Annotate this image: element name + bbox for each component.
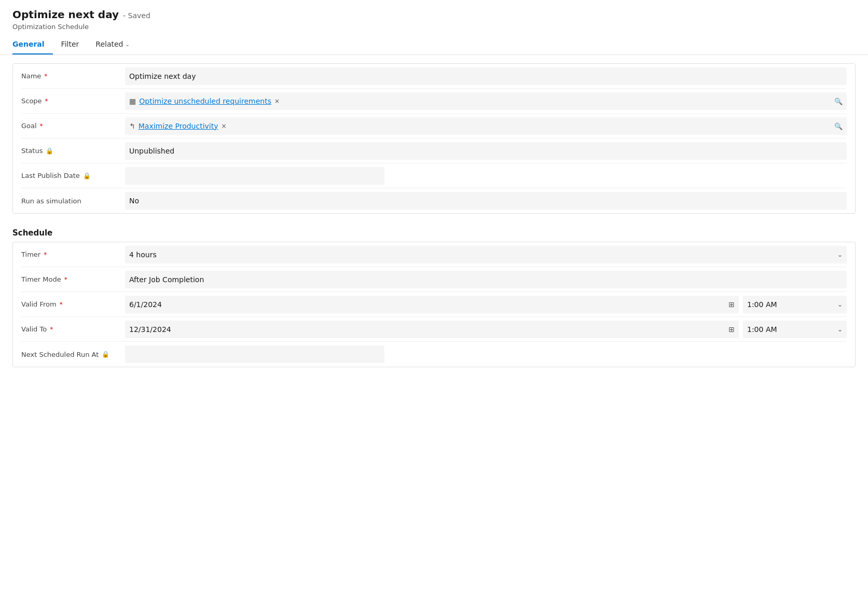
goal-search-icon[interactable]: 🔍 — [834, 122, 843, 130]
timer-dropdown-icon[interactable]: ⌄ — [837, 251, 843, 258]
scope-record-icon: ▦ — [129, 97, 136, 105]
status-text: Unpublished — [129, 147, 174, 155]
field-scope-label: Scope * — [21, 93, 125, 109]
next-run-lock-icon: 🔒 — [102, 351, 109, 358]
general-fields-section: Name * Optimize next day Scope * ▦ Optim… — [12, 63, 856, 214]
tab-filter[interactable]: Filter — [53, 36, 88, 54]
field-valid-to-row: Valid To * 12/31/2024 ⊞ 1:00 AM ⌄ — [21, 317, 847, 342]
field-simulation-row: Run as simulation No — [21, 188, 847, 213]
scope-required-star: * — [45, 98, 48, 105]
schedule-section-title: Schedule — [12, 222, 856, 242]
valid-from-time-field[interactable]: 1:00 AM ⌄ — [743, 296, 847, 313]
timer-mode-text: After Job Completion — [129, 275, 204, 284]
last-publish-lock-icon: 🔒 — [83, 172, 91, 179]
scope-search-icon[interactable]: 🔍 — [834, 97, 843, 105]
page-title: Optimize next day — [12, 8, 119, 21]
scope-link[interactable]: Optimize unscheduled requirements — [139, 97, 271, 105]
field-next-run-label: Next Scheduled Run At 🔒 — [21, 346, 125, 363]
field-goal-label: Goal * — [21, 118, 125, 134]
scope-remove-button[interactable]: × — [274, 98, 280, 105]
field-last-publish-label: Last Publish Date 🔒 — [21, 168, 125, 184]
field-name-value[interactable]: Optimize next day — [125, 67, 847, 85]
tab-bar: General Filter Related ⌄ — [12, 36, 856, 54]
field-last-publish-row: Last Publish Date 🔒 — [21, 163, 847, 188]
field-status-row: Status 🔒 Unpublished — [21, 138, 847, 163]
valid-to-date-time: 12/31/2024 ⊞ 1:00 AM ⌄ — [125, 321, 847, 338]
valid-to-required-star: * — [50, 326, 53, 333]
goal-remove-button[interactable]: × — [222, 122, 227, 130]
timer-mode-required-star: * — [64, 276, 67, 283]
field-status-label: Status 🔒 — [21, 143, 125, 159]
goal-link[interactable]: Maximize Productivity — [139, 122, 218, 130]
field-goal-row: Goal * ↰ Maximize Productivity × 🔍 — [21, 114, 847, 138]
main-content: Name * Optimize next day Scope * ▦ Optim… — [0, 55, 868, 384]
field-valid-to-label: Valid To * — [21, 321, 125, 337]
schedule-fields-section: Timer * 4 hours ⌄ Timer Mode * After Job… — [12, 242, 856, 367]
timer-text: 4 hours — [129, 251, 157, 259]
schedule-section: Schedule Timer * 4 hours ⌄ Timer Mode * — [12, 222, 856, 367]
valid-from-date-time: 6/1/2024 ⊞ 1:00 AM ⌄ — [125, 296, 847, 313]
goal-required-star: * — [40, 122, 43, 130]
field-simulation-label: Run as simulation — [21, 193, 125, 209]
valid-to-time-field[interactable]: 1:00 AM ⌄ — [743, 321, 847, 338]
field-valid-from-label: Valid From * — [21, 296, 125, 312]
simulation-text: No — [129, 197, 139, 205]
page-subtitle: Optimization Schedule — [12, 23, 856, 31]
field-timer-label: Timer * — [21, 246, 125, 262]
saved-indicator: - Saved — [123, 11, 150, 20]
valid-from-date-field[interactable]: 6/1/2024 ⊞ — [125, 296, 739, 313]
field-name-row: Name * Optimize next day — [21, 64, 847, 89]
related-chevron-icon: ⌄ — [125, 41, 129, 47]
field-simulation-value[interactable]: No — [125, 192, 847, 210]
valid-from-calendar-icon[interactable]: ⊞ — [728, 300, 735, 309]
valid-to-date-text: 12/31/2024 — [129, 325, 171, 334]
field-goal-value[interactable]: ↰ Maximize Productivity × 🔍 — [125, 117, 847, 135]
valid-to-time-dropdown-icon[interactable]: ⌄ — [837, 326, 843, 333]
tab-related[interactable]: Related ⌄ — [87, 36, 138, 54]
field-next-run-value — [125, 345, 384, 363]
status-lock-icon: 🔒 — [46, 147, 53, 155]
goal-record-icon: ↰ — [129, 122, 135, 130]
valid-from-time-text: 1:00 AM — [747, 300, 777, 309]
name-text: Optimize next day — [129, 72, 196, 80]
field-timer-mode-value[interactable]: After Job Completion — [125, 271, 847, 288]
timer-required-star: * — [44, 251, 47, 258]
page-header: Optimize next day - Saved Optimization S… — [0, 0, 868, 55]
field-next-run-row: Next Scheduled Run At 🔒 — [21, 342, 847, 367]
field-valid-from-row: Valid From * 6/1/2024 ⊞ 1:00 AM ⌄ — [21, 292, 847, 317]
title-row: Optimize next day - Saved — [12, 8, 856, 21]
tab-general[interactable]: General — [12, 36, 53, 54]
valid-to-time-text: 1:00 AM — [747, 325, 777, 334]
field-scope-value[interactable]: ▦ Optimize unscheduled requirements × 🔍 — [125, 92, 847, 110]
field-timer-row: Timer * 4 hours ⌄ — [21, 242, 847, 267]
valid-to-calendar-icon[interactable]: ⊞ — [728, 325, 735, 334]
name-required-star: * — [44, 73, 47, 80]
field-last-publish-value — [125, 167, 384, 185]
field-status-value: Unpublished — [125, 142, 847, 160]
field-name-label: Name * — [21, 68, 125, 84]
valid-from-required-star: * — [60, 301, 63, 308]
field-timer-mode-label: Timer Mode * — [21, 271, 125, 287]
valid-from-time-dropdown-icon[interactable]: ⌄ — [837, 301, 843, 308]
valid-to-date-field[interactable]: 12/31/2024 ⊞ — [125, 321, 739, 338]
field-timer-mode-row: Timer Mode * After Job Completion — [21, 267, 847, 292]
valid-from-date-text: 6/1/2024 — [129, 300, 162, 309]
field-timer-value[interactable]: 4 hours ⌄ — [125, 246, 847, 264]
field-scope-row: Scope * ▦ Optimize unscheduled requireme… — [21, 89, 847, 114]
